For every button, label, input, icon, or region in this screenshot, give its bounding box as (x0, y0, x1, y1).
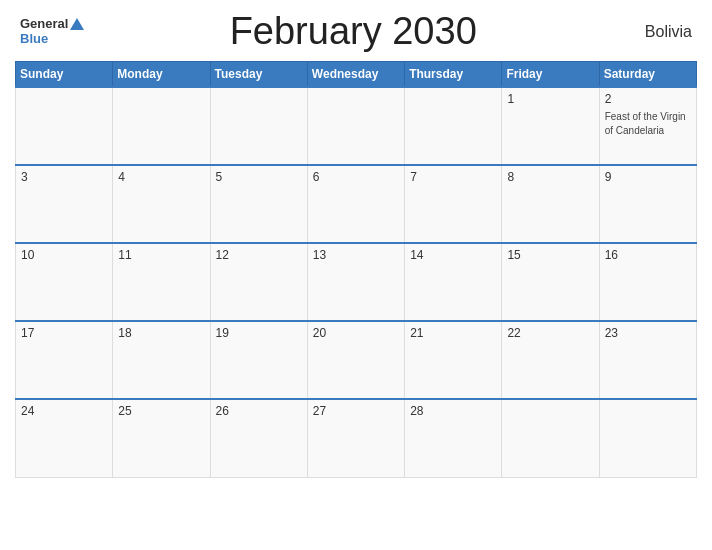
calendar-cell (307, 87, 404, 165)
calendar-cell: 23 (599, 321, 696, 399)
calendar-cell: 15 (502, 243, 599, 321)
col-wednesday: Wednesday (307, 62, 404, 88)
calendar-cell: 24 (16, 399, 113, 477)
calendar-cell: 4 (113, 165, 210, 243)
calendar-cell: 5 (210, 165, 307, 243)
col-sunday: Sunday (16, 62, 113, 88)
col-tuesday: Tuesday (210, 62, 307, 88)
day-number: 12 (216, 248, 302, 262)
day-event: Feast of the Virgin of Candelaria (605, 111, 686, 136)
calendar-cell: 12 (210, 243, 307, 321)
day-number: 8 (507, 170, 593, 184)
day-number: 11 (118, 248, 204, 262)
calendar-cell: 16 (599, 243, 696, 321)
calendar-cell (16, 87, 113, 165)
logo-triangle-icon (70, 18, 84, 30)
calendar-cell: 13 (307, 243, 404, 321)
day-number: 13 (313, 248, 399, 262)
day-number: 7 (410, 170, 496, 184)
calendar-cell: 2Feast of the Virgin of Candelaria (599, 87, 696, 165)
calendar-cell: 8 (502, 165, 599, 243)
day-number: 25 (118, 404, 204, 418)
calendar-cell: 9 (599, 165, 696, 243)
day-number: 17 (21, 326, 107, 340)
day-number: 28 (410, 404, 496, 418)
logo-general-text: General (20, 17, 68, 30)
page: General Blue February 2030 Bolivia Sunda… (0, 0, 712, 550)
calendar-week-row: 12Feast of the Virgin of Candelaria (16, 87, 697, 165)
day-number: 15 (507, 248, 593, 262)
col-friday: Friday (502, 62, 599, 88)
day-number: 4 (118, 170, 204, 184)
day-number: 27 (313, 404, 399, 418)
header: General Blue February 2030 Bolivia (15, 10, 697, 53)
calendar-cell: 11 (113, 243, 210, 321)
calendar-cell: 22 (502, 321, 599, 399)
calendar-cell: 18 (113, 321, 210, 399)
day-number: 19 (216, 326, 302, 340)
day-number: 21 (410, 326, 496, 340)
calendar-cell: 1 (502, 87, 599, 165)
calendar-week-row: 2425262728 (16, 399, 697, 477)
day-number: 2 (605, 92, 691, 106)
day-number: 6 (313, 170, 399, 184)
calendar-cell (210, 87, 307, 165)
calendar-week-row: 10111213141516 (16, 243, 697, 321)
day-number: 1 (507, 92, 593, 106)
calendar-cell: 17 (16, 321, 113, 399)
logo: General Blue (20, 17, 84, 46)
day-number: 20 (313, 326, 399, 340)
day-number: 22 (507, 326, 593, 340)
col-monday: Monday (113, 62, 210, 88)
calendar-cell: 7 (405, 165, 502, 243)
calendar-cell: 19 (210, 321, 307, 399)
day-number: 10 (21, 248, 107, 262)
calendar-body: 12Feast of the Virgin of Candelaria34567… (16, 87, 697, 477)
calendar-cell: 27 (307, 399, 404, 477)
col-thursday: Thursday (405, 62, 502, 88)
day-header-row: Sunday Monday Tuesday Wednesday Thursday… (16, 62, 697, 88)
calendar-cell (502, 399, 599, 477)
calendar-week-row: 17181920212223 (16, 321, 697, 399)
day-number: 24 (21, 404, 107, 418)
calendar-header: Sunday Monday Tuesday Wednesday Thursday… (16, 62, 697, 88)
logo-blue-text: Blue (20, 31, 48, 46)
calendar-cell: 10 (16, 243, 113, 321)
country-label: Bolivia (622, 23, 692, 41)
calendar-cell: 20 (307, 321, 404, 399)
calendar-cell: 25 (113, 399, 210, 477)
day-number: 23 (605, 326, 691, 340)
col-saturday: Saturday (599, 62, 696, 88)
calendar-table: Sunday Monday Tuesday Wednesday Thursday… (15, 61, 697, 478)
calendar-cell (599, 399, 696, 477)
calendar-cell: 28 (405, 399, 502, 477)
calendar-cell: 6 (307, 165, 404, 243)
calendar-cell (113, 87, 210, 165)
day-number: 5 (216, 170, 302, 184)
calendar-cell: 21 (405, 321, 502, 399)
day-number: 9 (605, 170, 691, 184)
calendar-week-row: 3456789 (16, 165, 697, 243)
day-number: 26 (216, 404, 302, 418)
calendar-title: February 2030 (84, 10, 622, 53)
day-number: 14 (410, 248, 496, 262)
calendar-cell: 14 (405, 243, 502, 321)
day-number: 3 (21, 170, 107, 184)
day-number: 18 (118, 326, 204, 340)
calendar-cell: 3 (16, 165, 113, 243)
day-number: 16 (605, 248, 691, 262)
calendar-cell: 26 (210, 399, 307, 477)
calendar-cell (405, 87, 502, 165)
